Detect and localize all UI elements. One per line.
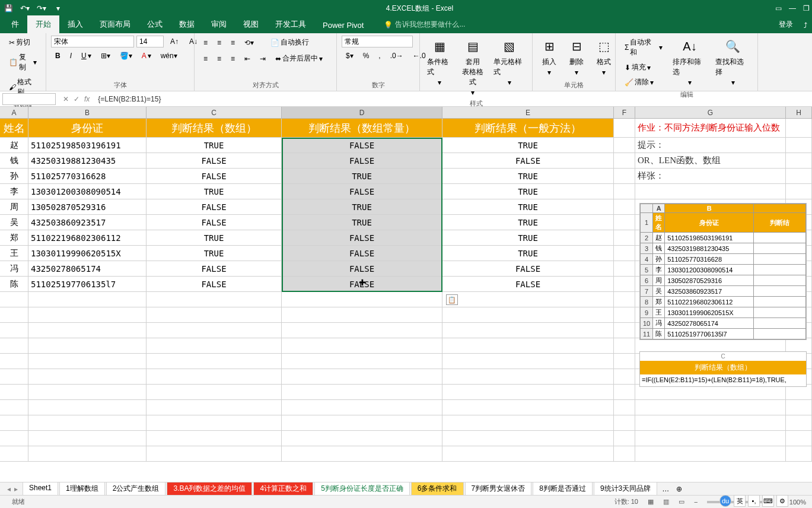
cell[interactable] <box>0 385 28 399</box>
cell[interactable] <box>614 215 635 230</box>
ime-keyboard-icon[interactable]: ⌨ <box>762 495 774 507</box>
cell[interactable] <box>614 323 635 338</box>
cell[interactable]: FALSE <box>147 169 282 183</box>
cell[interactable] <box>28 292 147 307</box>
cell[interactable]: TRUE <box>442 215 614 230</box>
align-bottom-icon[interactable]: ≡ <box>227 36 239 49</box>
cell[interactable] <box>786 415 812 430</box>
sheet-tab[interactable]: Sheet1 <box>23 482 58 496</box>
conditional-format-button[interactable]: ▦条件格式▾ <box>425 36 454 88</box>
cell[interactable] <box>282 354 442 369</box>
cell[interactable] <box>28 400 147 415</box>
cell[interactable] <box>614 277 635 291</box>
format-cells-button[interactable]: ⬚格式▾ <box>592 36 616 78</box>
align-right-icon[interactable]: ≡ <box>227 52 239 65</box>
cell[interactable] <box>442 400 614 415</box>
tab-view[interactable]: 视图 <box>235 15 267 33</box>
cell[interactable] <box>0 415 28 430</box>
formula-input[interactable]: {=LEN(B2:B11)=15} <box>94 94 812 104</box>
header-name[interactable]: 姓名 <box>0 119 28 137</box>
cell[interactable] <box>442 369 614 384</box>
cell[interactable]: FALSE <box>282 184 442 199</box>
cell[interactable]: TRUE <box>282 199 442 214</box>
cell[interactable] <box>28 323 147 338</box>
cell[interactable] <box>147 338 282 353</box>
cell[interactable]: 511025197706135l7 <box>28 277 147 291</box>
cell[interactable] <box>614 153 635 168</box>
cell[interactable] <box>442 415 614 430</box>
tab-data[interactable]: 数据 <box>171 15 203 33</box>
zoom-level[interactable]: 100% <box>789 499 806 506</box>
sort-filter-button[interactable]: A↓排序和筛选▾ <box>670 36 710 88</box>
header-id[interactable]: 身份证 <box>28 119 147 137</box>
cell[interactable] <box>28 354 147 369</box>
cell[interactable]: TRUE <box>147 246 282 261</box>
autosum-button[interactable]: Σ 自动求和 ▾ <box>620 36 667 59</box>
cell[interactable] <box>614 230 635 245</box>
tab-formulas[interactable]: 公式 <box>139 15 171 33</box>
cell[interactable]: 钱 <box>0 153 28 168</box>
cell[interactable] <box>786 431 812 446</box>
cell[interactable] <box>786 153 812 168</box>
share-icon[interactable]: ⤴ <box>799 18 812 33</box>
cell[interactable] <box>282 400 442 415</box>
cell[interactable] <box>635 446 786 461</box>
align-middle-icon[interactable]: ≡ <box>213 36 225 49</box>
align-center-icon[interactable]: ≡ <box>213 52 225 65</box>
header-result-normal[interactable]: 判断结果（一般方法） <box>442 119 614 137</box>
cell[interactable]: 130301200308090514 <box>28 184 147 199</box>
cell[interactable] <box>635 184 786 199</box>
cell[interactable] <box>0 400 28 415</box>
cell[interactable]: TRUE <box>147 230 282 245</box>
col-header-a[interactable]: A <box>0 107 28 118</box>
percent-icon[interactable]: % <box>359 50 374 62</box>
cell[interactable] <box>614 307 635 322</box>
italic-button[interactable]: I <box>66 50 76 62</box>
confirm-formula-icon[interactable]: ✓ <box>74 95 79 103</box>
cell[interactable]: FALSE <box>147 153 282 168</box>
merge-center-button[interactable]: ⬌ 合并后居中 ▾ <box>271 52 327 65</box>
cell[interactable] <box>147 307 282 322</box>
sheet-tab[interactable]: 4计算正数之和 <box>253 482 313 496</box>
redo-icon[interactable]: ↷▾ <box>36 4 47 12</box>
cell[interactable]: FALSE <box>282 230 442 245</box>
cell[interactable] <box>147 369 282 384</box>
cell[interactable] <box>786 169 812 183</box>
cell[interactable] <box>614 400 635 415</box>
cell[interactable] <box>282 338 442 353</box>
cell[interactable] <box>442 354 614 369</box>
font-size-select[interactable] <box>136 36 164 47</box>
cell[interactable] <box>28 446 147 461</box>
tab-dev[interactable]: 开发工具 <box>267 15 314 33</box>
number-format-select[interactable] <box>342 36 413 47</box>
cell[interactable] <box>614 385 635 399</box>
cell[interactable]: FALSE <box>282 138 442 153</box>
cell[interactable]: 王 <box>0 246 28 261</box>
cell[interactable] <box>786 184 812 199</box>
currency-icon[interactable]: $▾ <box>342 50 358 62</box>
cell[interactable]: TRUE <box>147 184 282 199</box>
cell[interactable] <box>147 400 282 415</box>
increase-font-icon[interactable]: A↑ <box>166 36 183 47</box>
cell[interactable]: 孙 <box>0 169 28 183</box>
fx-icon[interactable]: fx <box>84 95 90 103</box>
tab-home[interactable]: 开始 <box>27 15 59 33</box>
cell[interactable] <box>786 119 812 137</box>
cancel-formula-icon[interactable]: ✕ <box>63 95 69 103</box>
cell[interactable] <box>442 446 614 461</box>
sheet-tab[interactable]: 9统计3天同品牌 <box>594 482 657 496</box>
cell[interactable]: FALSE <box>442 153 614 168</box>
cell[interactable]: FALSE <box>147 215 282 230</box>
cell[interactable] <box>635 400 786 415</box>
col-header-e[interactable]: E <box>442 107 614 118</box>
cell[interactable] <box>282 415 442 430</box>
sheet-tab[interactable]: 1理解数组 <box>59 482 105 496</box>
delete-cells-button[interactable]: ⊟删除▾ <box>565 36 588 78</box>
sheet-tab[interactable]: 8判断是否通过 <box>533 482 593 496</box>
font-color-button[interactable]: A▾ <box>138 50 155 62</box>
cell[interactable] <box>0 431 28 446</box>
copy-button[interactable]: 📋 复制 ▾ <box>5 50 41 74</box>
cell[interactable]: 511025198503196191 <box>28 138 147 153</box>
cell[interactable] <box>614 184 635 199</box>
cell[interactable] <box>614 338 635 353</box>
